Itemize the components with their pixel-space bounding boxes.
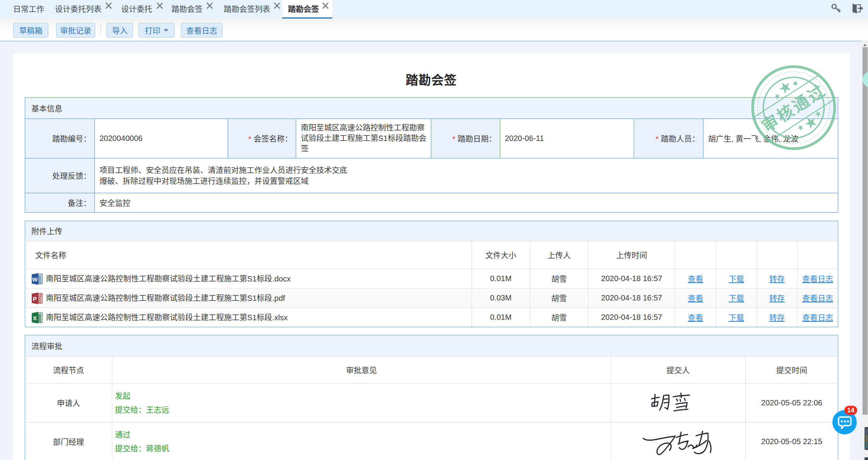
svg-text:W: W	[32, 276, 38, 282]
svg-text:P: P	[33, 295, 37, 302]
svg-text:X: X	[33, 314, 37, 321]
